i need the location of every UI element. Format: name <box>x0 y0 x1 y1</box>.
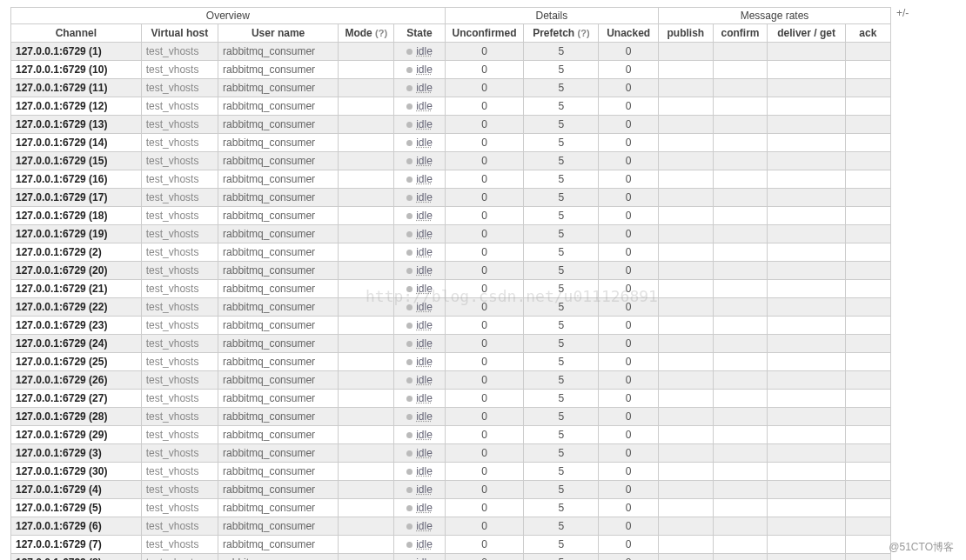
ack-cell <box>845 298 890 317</box>
vhost-cell: test_vhosts <box>141 61 218 79</box>
channel-link[interactable]: 127.0.0.1:6729 (25) <box>11 353 142 371</box>
col-ack[interactable]: ack <box>845 24 890 43</box>
channel-link[interactable]: 127.0.0.1:6729 (5) <box>11 499 142 517</box>
help-icon[interactable]: (?) <box>578 28 590 38</box>
vhost-cell: test_vhosts <box>141 335 218 353</box>
col-user[interactable]: User name <box>218 24 339 43</box>
user-cell: rabbitmq_consumer <box>218 444 339 463</box>
col-deliver-get[interactable]: deliver / get <box>768 24 845 43</box>
state-cell: idle <box>394 335 445 353</box>
prefetch-cell: 5 <box>524 481 599 499</box>
table-row: 127.0.0.1:6729 (17)test_vhostsrabbitmq_c… <box>11 189 891 207</box>
col-vhost[interactable]: Virtual host <box>141 24 218 43</box>
channel-link[interactable]: 127.0.0.1:6729 (17) <box>11 189 142 207</box>
channel-link[interactable]: 127.0.0.1:6729 (4) <box>11 481 142 499</box>
channel-link[interactable]: 127.0.0.1:6729 (18) <box>11 207 142 225</box>
channel-link[interactable]: 127.0.0.1:6729 (30) <box>11 463 142 481</box>
channel-link[interactable]: 127.0.0.1:6729 (22) <box>11 298 142 317</box>
channel-link[interactable]: 127.0.0.1:6729 (11) <box>11 79 142 97</box>
channel-link[interactable]: 127.0.0.1:6729 (15) <box>11 152 142 170</box>
state-label: idle <box>416 246 433 258</box>
channel-link[interactable]: 127.0.0.1:6729 (19) <box>11 225 142 243</box>
unacked-cell: 0 <box>599 170 659 189</box>
idle-dot-icon <box>406 122 413 128</box>
col-channel[interactable]: Channel <box>11 24 142 43</box>
state-cell: idle <box>394 43 445 61</box>
mode-cell <box>339 408 394 426</box>
table-row: 127.0.0.1:6729 (11)test_vhostsrabbitmq_c… <box>11 79 891 97</box>
col-confirm[interactable]: confirm <box>713 24 768 43</box>
mode-cell <box>339 280 394 298</box>
channel-link[interactable]: 127.0.0.1:6729 (24) <box>11 335 142 353</box>
channel-link[interactable]: 127.0.0.1:6729 (29) <box>11 426 142 444</box>
prefetch-cell: 5 <box>524 134 599 152</box>
ack-cell <box>845 43 890 61</box>
deliver-get-cell <box>768 134 845 152</box>
unconfirmed-cell: 0 <box>445 371 524 390</box>
channel-link[interactable]: 127.0.0.1:6729 (14) <box>11 134 142 152</box>
col-unconfirmed[interactable]: Unconfirmed <box>445 24 524 43</box>
unconfirmed-cell: 0 <box>445 444 524 463</box>
idle-dot-icon <box>406 542 413 548</box>
help-icon[interactable]: (?) <box>375 28 387 38</box>
ack-cell <box>845 499 890 517</box>
unacked-cell: 0 <box>599 463 659 481</box>
channel-link[interactable]: 127.0.0.1:6729 (3) <box>11 444 142 463</box>
channel-link[interactable]: 127.0.0.1:6729 (7) <box>11 536 142 554</box>
vhost-cell: test_vhosts <box>141 517 218 536</box>
table-row: 127.0.0.1:6729 (8)test_vhostsrabbitmq_co… <box>11 554 891 561</box>
col-state[interactable]: State <box>394 24 445 43</box>
mode-cell <box>339 243 394 262</box>
channel-link[interactable]: 127.0.0.1:6729 (8) <box>11 554 142 561</box>
unacked-cell: 0 <box>599 97 659 116</box>
unacked-cell: 0 <box>599 262 659 280</box>
ack-cell <box>845 408 890 426</box>
state-cell: idle <box>394 426 445 444</box>
table-row: 127.0.0.1:6729 (14)test_vhostsrabbitmq_c… <box>11 134 891 152</box>
idle-dot-icon <box>406 432 413 438</box>
state-label: idle <box>416 557 433 560</box>
mode-cell <box>339 225 394 243</box>
unacked-cell: 0 <box>599 335 659 353</box>
mode-cell <box>339 353 394 371</box>
mode-cell <box>339 116 394 134</box>
state-cell: idle <box>394 298 445 317</box>
confirm-cell <box>713 207 768 225</box>
mode-cell <box>339 444 394 463</box>
state-label: idle <box>416 538 433 550</box>
channel-link[interactable]: 127.0.0.1:6729 (21) <box>11 280 142 298</box>
state-label: idle <box>416 410 433 423</box>
idle-dot-icon <box>406 286 413 292</box>
col-publish[interactable]: publish <box>659 24 714 43</box>
channel-link[interactable]: 127.0.0.1:6729 (6) <box>11 517 142 536</box>
confirm-cell <box>713 298 768 317</box>
deliver-get-cell <box>768 408 845 426</box>
channel-link[interactable]: 127.0.0.1:6729 (16) <box>11 170 142 189</box>
channel-link[interactable]: 127.0.0.1:6729 (23) <box>11 317 142 335</box>
state-label: idle <box>416 63 433 76</box>
col-prefetch[interactable]: Prefetch (?) <box>524 24 599 43</box>
state-cell: idle <box>394 225 445 243</box>
col-mode[interactable]: Mode (?) <box>339 24 394 43</box>
unconfirmed-cell: 0 <box>445 280 524 298</box>
channel-link[interactable]: 127.0.0.1:6729 (1) <box>11 43 142 61</box>
channel-link[interactable]: 127.0.0.1:6729 (26) <box>11 371 142 390</box>
column-toggle[interactable]: +/- <box>896 7 909 19</box>
channel-link[interactable]: 127.0.0.1:6729 (20) <box>11 262 142 280</box>
state-cell: idle <box>394 243 445 262</box>
state-cell: idle <box>394 207 445 225</box>
prefetch-cell: 5 <box>524 353 599 371</box>
channel-link[interactable]: 127.0.0.1:6729 (2) <box>11 243 142 262</box>
vhost-cell: test_vhosts <box>141 43 218 61</box>
channel-link[interactable]: 127.0.0.1:6729 (13) <box>11 116 142 134</box>
col-unacked[interactable]: Unacked <box>599 24 659 43</box>
channel-link[interactable]: 127.0.0.1:6729 (12) <box>11 97 142 116</box>
channel-link[interactable]: 127.0.0.1:6729 (27) <box>11 390 142 408</box>
group-rates: Message rates <box>659 8 891 24</box>
user-cell: rabbitmq_consumer <box>218 408 339 426</box>
channel-link[interactable]: 127.0.0.1:6729 (28) <box>11 408 142 426</box>
prefetch-cell: 5 <box>524 97 599 116</box>
user-cell: rabbitmq_consumer <box>218 61 339 79</box>
unacked-cell: 0 <box>599 353 659 371</box>
channel-link[interactable]: 127.0.0.1:6729 (10) <box>11 61 142 79</box>
